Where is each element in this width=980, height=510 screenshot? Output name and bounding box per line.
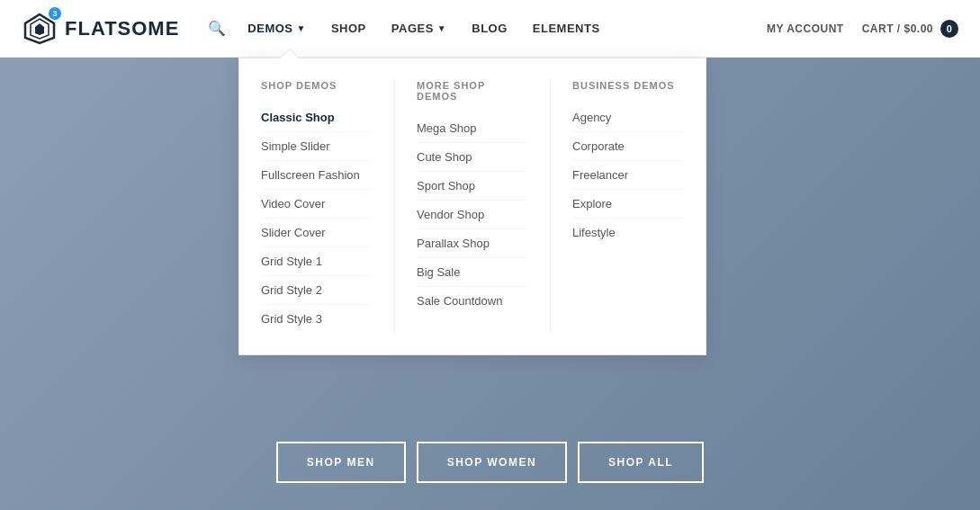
more-shop-demos-header: MORE SHOP DEMOS <box>417 80 528 102</box>
nav-item-blog[interactable]: BLOG <box>461 14 518 42</box>
logo[interactable]: 3 FLATSOME <box>22 11 179 47</box>
dropdown-item-agency[interactable]: Agency <box>572 103 684 132</box>
cart-label: CART / $0.00 <box>862 22 933 35</box>
dropdown-item-classic-shop[interactable]: Classic Shop <box>261 103 373 132</box>
svg-marker-2 <box>35 23 44 35</box>
dropdown-item-sale-countdown[interactable]: Sale Countdown <box>417 287 528 315</box>
logo-text: FLATSOME <box>65 17 179 40</box>
dropdown-item-grid-style-1[interactable]: Grid Style 1 <box>261 247 373 276</box>
dropdown-item-parallax-shop[interactable]: Parallax Shop <box>417 229 528 258</box>
dropdown-item-video-cover[interactable]: Video Cover <box>261 190 373 219</box>
shop-women-button[interactable]: SHOP WOMEN <box>417 442 567 483</box>
cart-link[interactable]: CART / $0.00 0 <box>862 20 958 38</box>
shop-buttons-group: SHOP MEN SHOP WOMEN SHOP ALL <box>276 442 704 483</box>
search-icon[interactable]: 🔍 <box>208 20 226 37</box>
cart-count-badge: 0 <box>940 20 958 38</box>
my-account-link[interactable]: MY ACCOUNT <box>767 22 844 35</box>
dropdown-columns: SHOP DEMOS Classic Shop Simple Slider Fu… <box>239 80 706 333</box>
dropdown-item-fullscreen-fashion[interactable]: Fullscreen Fashion <box>261 161 373 190</box>
nav-item-pages[interactable]: PAGES ▼ <box>381 14 457 42</box>
dropdown-item-grid-style-2[interactable]: Grid Style 2 <box>261 276 373 305</box>
business-demos-col: BUSINESS DEMOS Agency Corporate Freelanc… <box>551 80 706 333</box>
demos-dropdown: SHOP DEMOS Classic Shop Simple Slider Fu… <box>238 58 706 355</box>
dropdown-item-sport-shop[interactable]: Sport Shop <box>417 172 528 201</box>
dropdown-item-freelancer[interactable]: Freelancer <box>572 161 684 190</box>
shop-men-button[interactable]: SHOP MEN <box>276 442 406 483</box>
shop-demos-header: SHOP DEMOS <box>261 80 373 91</box>
business-demos-header: BUSINESS DEMOS <box>572 80 684 91</box>
dropdown-item-explore[interactable]: Explore <box>572 190 684 219</box>
header-right: MY ACCOUNT CART / $0.00 0 <box>767 20 958 38</box>
logo-icon: 3 <box>22 11 58 47</box>
dropdown-item-vendor-shop[interactable]: Vendor Shop <box>417 201 528 229</box>
chevron-down-icon: ▼ <box>437 23 446 33</box>
nav-item-demos[interactable]: DEMOS ▼ <box>237 14 317 42</box>
header: 3 FLATSOME 🔍 DEMOS ▼ SHOP PAGES ▼ BLOG E… <box>0 0 980 58</box>
nav-item-shop[interactable]: SHOP <box>320 14 377 42</box>
nav-item-elements[interactable]: ELEMENTS <box>522 14 611 42</box>
dropdown-item-big-sale[interactable]: Big Sale <box>417 258 528 287</box>
dropdown-item-grid-style-3[interactable]: Grid Style 3 <box>261 305 373 333</box>
main-nav: 🔍 DEMOS ▼ SHOP PAGES ▼ BLOG ELEMENTS <box>208 14 767 42</box>
chevron-down-icon: ▼ <box>297 23 306 33</box>
shop-demos-col: SHOP DEMOS Classic Shop Simple Slider Fu… <box>239 80 395 333</box>
more-shop-demos-col: MORE SHOP DEMOS Mega Shop Cute Shop Spor… <box>395 80 551 333</box>
dropdown-item-simple-slider[interactable]: Simple Slider <box>261 132 373 161</box>
dropdown-item-cute-shop[interactable]: Cute Shop <box>417 143 528 172</box>
dropdown-item-slider-cover[interactable]: Slider Cover <box>261 219 373 247</box>
dropdown-item-mega-shop[interactable]: Mega Shop <box>417 114 528 143</box>
shop-all-button[interactable]: SHOP ALL <box>578 442 704 483</box>
version-badge: 3 <box>49 7 61 20</box>
dropdown-item-lifestyle[interactable]: Lifestyle <box>572 219 684 246</box>
dropdown-item-corporate[interactable]: Corporate <box>572 132 684 161</box>
